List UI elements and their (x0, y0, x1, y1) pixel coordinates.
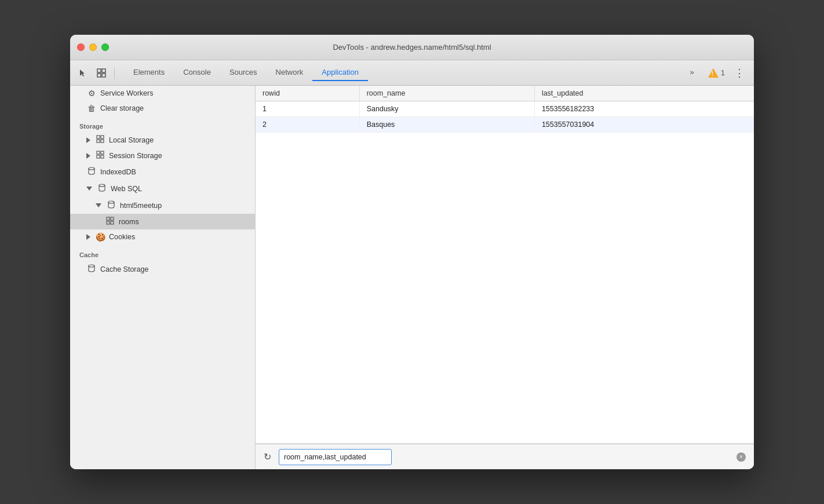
warning-icon (708, 68, 719, 78)
sidebar-item-label: Session Storage (109, 152, 162, 160)
title-bar: DevTools - andrew.hedges.name/html5/sql.… (70, 35, 754, 60)
cell-rowid: 2 (256, 117, 359, 133)
sidebar-item-html5meetup[interactable]: html5meetup (70, 197, 255, 214)
sidebar-item-websql[interactable]: Web SQL (70, 180, 255, 197)
inspect-icon-button[interactable] (93, 65, 110, 81)
sidebar: ⚙ Service Workers 🗑 Clear storage Storag… (70, 86, 256, 469)
svg-rect-16 (111, 217, 114, 220)
svg-rect-3 (102, 74, 105, 77)
cell-room_name: Sandusky (359, 101, 534, 117)
tab-network[interactable]: Network (267, 64, 313, 81)
maximize-button[interactable] (101, 43, 109, 51)
db-icon (97, 183, 107, 194)
cookie-icon: 🍪 (95, 232, 105, 242)
warning-badge: 1 (708, 68, 725, 78)
svg-rect-10 (97, 155, 100, 158)
main-content: ⚙ Service Workers 🗑 Clear storage Storag… (70, 86, 754, 469)
sidebar-item-rooms[interactable]: rooms (70, 214, 255, 229)
more-options-button[interactable]: ⋮ (730, 67, 749, 79)
data-table: rowid room_name last_updated 1Sandusky15… (256, 86, 754, 444)
svg-rect-17 (107, 221, 110, 224)
svg-point-13 (99, 184, 105, 187)
sidebar-item-clear-storage[interactable]: 🗑 Clear storage (70, 101, 255, 116)
cell-rowid: 1 (256, 101, 359, 117)
trash-icon: 🗑 (86, 104, 97, 113)
db-icon (86, 166, 97, 177)
col-rowid: rowid (256, 86, 359, 101)
toolbar-tabs: Elements Console Sources Network Applica… (124, 64, 368, 81)
svg-rect-4 (97, 136, 100, 138)
svg-rect-18 (111, 221, 114, 224)
expand-icon (86, 153, 90, 159)
toolbar-right: » 1 ⋮ (681, 64, 749, 81)
expand-icon (86, 187, 92, 191)
table-row[interactable]: 2Basques1553557031904 (256, 117, 754, 133)
expand-icon (96, 203, 101, 207)
storage-section-label: Storage (70, 116, 255, 132)
sidebar-item-label: html5meetup (120, 202, 162, 210)
toolbar: Elements Console Sources Network Applica… (70, 60, 754, 86)
grid-icon (105, 217, 115, 227)
svg-point-12 (89, 167, 94, 170)
sidebar-item-local-storage[interactable]: Local Storage (70, 132, 255, 148)
warning-count: 1 (721, 68, 725, 77)
svg-rect-2 (97, 74, 101, 77)
svg-rect-5 (101, 136, 104, 138)
sidebar-item-label: Cache Storage (100, 265, 148, 273)
results-table: rowid room_name last_updated 1Sandusky15… (256, 86, 754, 133)
cell-last_updated: 1553557031904 (534, 117, 754, 133)
svg-rect-9 (101, 151, 104, 154)
cell-last_updated: 1553556182233 (534, 101, 754, 117)
sidebar-item-cache-storage[interactable]: Cache Storage (70, 261, 255, 277)
query-bar: ↻ × (256, 444, 754, 469)
refresh-button[interactable]: ↻ (260, 450, 274, 464)
grid-icon (95, 151, 105, 160)
svg-rect-8 (97, 151, 100, 154)
db-icon (86, 264, 97, 275)
sidebar-item-label: Cookies (109, 233, 135, 241)
tab-sources[interactable]: Sources (220, 64, 267, 81)
table-row[interactable]: 1Sandusky1553556182233 (256, 101, 754, 117)
right-panel: rowid room_name last_updated 1Sandusky15… (256, 86, 754, 469)
db-icon (106, 200, 116, 211)
grid-icon (95, 135, 105, 145)
close-button[interactable] (77, 43, 85, 51)
devtools-window: DevTools - andrew.hedges.name/html5/sql.… (70, 35, 754, 469)
col-room-name: room_name (359, 86, 534, 101)
col-last-updated: last_updated (534, 86, 754, 101)
sidebar-item-session-storage[interactable]: Session Storage (70, 148, 255, 163)
worker-icon: ⚙ (86, 89, 97, 98)
cache-section-label: Cache (70, 244, 255, 261)
sidebar-item-label: IndexedDB (100, 168, 136, 176)
sidebar-item-cookies[interactable]: 🍪 Cookies (70, 229, 255, 244)
svg-rect-6 (97, 140, 100, 143)
cursor-icon-button[interactable] (75, 65, 91, 81)
window-title: DevTools - andrew.hedges.name/html5/sql.… (333, 43, 491, 52)
traffic-lights (77, 43, 109, 51)
more-tabs-button[interactable]: » (681, 64, 703, 81)
sidebar-item-label: Web SQL (111, 185, 142, 193)
svg-rect-0 (97, 69, 101, 72)
sidebar-item-label: Local Storage (109, 136, 154, 144)
expand-icon (86, 234, 90, 240)
svg-point-19 (89, 265, 94, 267)
query-clear-button[interactable]: × (737, 452, 746, 462)
svg-point-14 (108, 201, 114, 203)
query-input[interactable] (279, 449, 392, 465)
table-header-row: rowid room_name last_updated (256, 86, 754, 101)
svg-rect-7 (101, 140, 104, 143)
minimize-button[interactable] (89, 43, 97, 51)
svg-rect-1 (102, 69, 105, 72)
sidebar-item-label: Clear storage (100, 104, 144, 112)
toolbar-divider (114, 67, 115, 79)
sidebar-item-service-workers[interactable]: ⚙ Service Workers (70, 86, 255, 101)
tab-elements[interactable]: Elements (124, 64, 174, 81)
tab-console[interactable]: Console (174, 64, 220, 81)
expand-icon (86, 137, 90, 143)
sidebar-item-label: Service Workers (100, 89, 153, 97)
sidebar-item-label: rooms (119, 218, 139, 226)
query-input-wrapper: × (279, 449, 749, 465)
svg-rect-15 (107, 217, 110, 220)
tab-application[interactable]: Application (312, 64, 368, 81)
sidebar-item-indexeddb[interactable]: IndexedDB (70, 163, 255, 180)
